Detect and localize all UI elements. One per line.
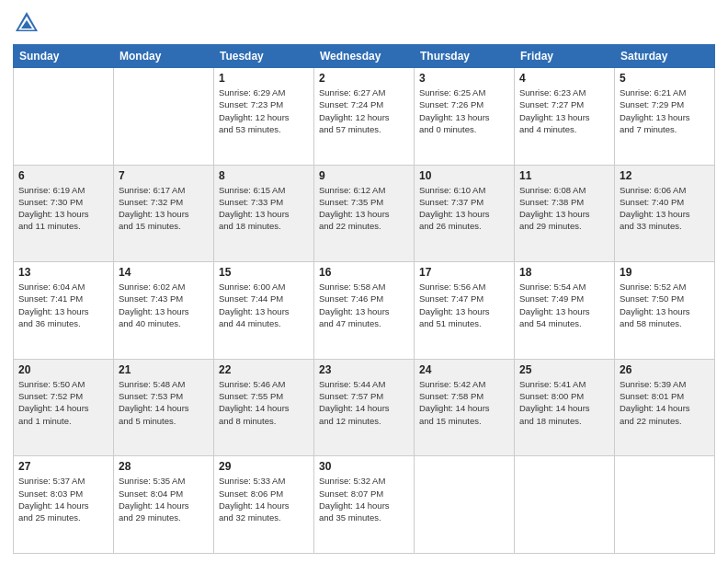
day-number: 26 xyxy=(620,363,710,376)
col-header-monday: Monday xyxy=(114,45,214,68)
day-number: 5 xyxy=(620,72,710,85)
calendar-cell: 29Sunrise: 5:33 AM Sunset: 8:06 PM Dayli… xyxy=(214,456,314,554)
day-info: Sunrise: 5:37 AM Sunset: 8:03 PM Dayligh… xyxy=(18,475,108,523)
day-info: Sunrise: 5:35 AM Sunset: 8:04 PM Dayligh… xyxy=(119,475,209,523)
logo xyxy=(13,9,44,37)
day-number: 13 xyxy=(18,266,108,279)
day-info: Sunrise: 6:17 AM Sunset: 7:32 PM Dayligh… xyxy=(119,184,209,233)
calendar-cell: 17Sunrise: 5:56 AM Sunset: 7:47 PM Dayli… xyxy=(415,262,515,360)
day-number: 21 xyxy=(119,363,209,376)
day-info: Sunrise: 6:15 AM Sunset: 7:33 PM Dayligh… xyxy=(219,184,309,233)
day-number: 20 xyxy=(18,363,108,376)
day-number: 24 xyxy=(419,363,509,376)
calendar-cell: 13Sunrise: 6:04 AM Sunset: 7:41 PM Dayli… xyxy=(14,262,114,360)
day-info: Sunrise: 5:32 AM Sunset: 8:07 PM Dayligh… xyxy=(319,475,409,523)
calendar-week-row: 20Sunrise: 5:50 AM Sunset: 7:52 PM Dayli… xyxy=(14,359,715,456)
day-number: 28 xyxy=(119,460,209,473)
logo-icon xyxy=(13,9,40,37)
col-header-friday: Friday xyxy=(515,45,615,68)
calendar-table: SundayMondayTuesdayWednesdayThursdayFrid… xyxy=(13,44,715,554)
day-info: Sunrise: 6:02 AM Sunset: 7:43 PM Dayligh… xyxy=(119,281,209,329)
day-number: 30 xyxy=(319,460,409,473)
col-header-tuesday: Tuesday xyxy=(214,45,314,68)
calendar-cell: 9Sunrise: 6:12 AM Sunset: 7:35 PM Daylig… xyxy=(314,165,415,262)
header xyxy=(13,9,715,37)
col-header-wednesday: Wednesday xyxy=(314,45,415,68)
calendar-cell: 28Sunrise: 5:35 AM Sunset: 8:04 PM Dayli… xyxy=(114,456,214,554)
calendar-cell: 26Sunrise: 5:39 AM Sunset: 8:01 PM Dayli… xyxy=(615,359,715,456)
day-info: Sunrise: 5:56 AM Sunset: 7:47 PM Dayligh… xyxy=(419,281,509,329)
day-number: 8 xyxy=(219,169,309,182)
day-number: 1 xyxy=(219,72,309,85)
calendar-cell xyxy=(14,68,114,166)
day-number: 9 xyxy=(319,169,409,182)
calendar-week-row: 1Sunrise: 6:29 AM Sunset: 7:23 PM Daylig… xyxy=(14,68,715,166)
day-info: Sunrise: 5:42 AM Sunset: 7:58 PM Dayligh… xyxy=(419,378,509,427)
calendar-week-row: 13Sunrise: 6:04 AM Sunset: 7:41 PM Dayli… xyxy=(14,262,715,360)
day-info: Sunrise: 6:06 AM Sunset: 7:40 PM Dayligh… xyxy=(620,184,710,233)
day-info: Sunrise: 6:04 AM Sunset: 7:41 PM Dayligh… xyxy=(18,281,108,329)
day-number: 17 xyxy=(419,266,509,279)
day-info: Sunrise: 5:33 AM Sunset: 8:06 PM Dayligh… xyxy=(219,475,309,523)
day-number: 27 xyxy=(18,460,108,473)
day-number: 3 xyxy=(419,72,509,85)
calendar-cell: 6Sunrise: 6:19 AM Sunset: 7:30 PM Daylig… xyxy=(14,165,114,262)
calendar-cell: 16Sunrise: 5:58 AM Sunset: 7:46 PM Dayli… xyxy=(314,262,415,360)
day-number: 15 xyxy=(219,266,309,279)
page: SundayMondayTuesdayWednesdayThursdayFrid… xyxy=(0,0,728,563)
calendar-cell: 10Sunrise: 6:10 AM Sunset: 7:37 PM Dayli… xyxy=(415,165,515,262)
calendar-header-row: SundayMondayTuesdayWednesdayThursdayFrid… xyxy=(14,45,715,68)
calendar-cell: 20Sunrise: 5:50 AM Sunset: 7:52 PM Dayli… xyxy=(14,359,114,456)
day-info: Sunrise: 6:19 AM Sunset: 7:30 PM Dayligh… xyxy=(18,184,108,233)
calendar-cell: 27Sunrise: 5:37 AM Sunset: 8:03 PM Dayli… xyxy=(14,456,114,554)
day-number: 10 xyxy=(419,169,509,182)
day-info: Sunrise: 6:12 AM Sunset: 7:35 PM Dayligh… xyxy=(319,184,409,233)
day-number: 4 xyxy=(519,72,609,85)
calendar-cell: 21Sunrise: 5:48 AM Sunset: 7:53 PM Dayli… xyxy=(114,359,214,456)
day-number: 18 xyxy=(519,266,609,279)
day-info: Sunrise: 6:27 AM Sunset: 7:24 PM Dayligh… xyxy=(319,86,409,135)
day-info: Sunrise: 6:00 AM Sunset: 7:44 PM Dayligh… xyxy=(219,281,309,329)
calendar-cell: 24Sunrise: 5:42 AM Sunset: 7:58 PM Dayli… xyxy=(415,359,515,456)
day-info: Sunrise: 5:41 AM Sunset: 8:00 PM Dayligh… xyxy=(519,378,609,427)
calendar-week-row: 27Sunrise: 5:37 AM Sunset: 8:03 PM Dayli… xyxy=(14,456,715,554)
calendar-week-row: 6Sunrise: 6:19 AM Sunset: 7:30 PM Daylig… xyxy=(14,165,715,262)
day-number: 19 xyxy=(620,266,710,279)
calendar-cell: 15Sunrise: 6:00 AM Sunset: 7:44 PM Dayli… xyxy=(214,262,314,360)
calendar-cell: 18Sunrise: 5:54 AM Sunset: 7:49 PM Dayli… xyxy=(515,262,615,360)
col-header-saturday: Saturday xyxy=(615,45,715,68)
calendar-cell xyxy=(615,456,715,554)
calendar-cell: 2Sunrise: 6:27 AM Sunset: 7:24 PM Daylig… xyxy=(314,68,415,166)
day-info: Sunrise: 6:21 AM Sunset: 7:29 PM Dayligh… xyxy=(620,86,710,135)
calendar-cell: 25Sunrise: 5:41 AM Sunset: 8:00 PM Dayli… xyxy=(515,359,615,456)
day-info: Sunrise: 6:23 AM Sunset: 7:27 PM Dayligh… xyxy=(519,86,609,135)
day-number: 7 xyxy=(119,169,209,182)
day-info: Sunrise: 6:29 AM Sunset: 7:23 PM Dayligh… xyxy=(219,86,309,135)
calendar-cell: 14Sunrise: 6:02 AM Sunset: 7:43 PM Dayli… xyxy=(114,262,214,360)
day-number: 29 xyxy=(219,460,309,473)
day-info: Sunrise: 5:44 AM Sunset: 7:57 PM Dayligh… xyxy=(319,378,409,427)
day-info: Sunrise: 5:48 AM Sunset: 7:53 PM Dayligh… xyxy=(119,378,209,427)
col-header-thursday: Thursday xyxy=(415,45,515,68)
calendar-cell: 4Sunrise: 6:23 AM Sunset: 7:27 PM Daylig… xyxy=(515,68,615,166)
calendar-cell: 12Sunrise: 6:06 AM Sunset: 7:40 PM Dayli… xyxy=(615,165,715,262)
day-number: 2 xyxy=(319,72,409,85)
day-info: Sunrise: 5:58 AM Sunset: 7:46 PM Dayligh… xyxy=(319,281,409,329)
day-number: 12 xyxy=(620,169,710,182)
day-number: 11 xyxy=(519,169,609,182)
day-info: Sunrise: 5:39 AM Sunset: 8:01 PM Dayligh… xyxy=(620,378,710,427)
day-number: 25 xyxy=(519,363,609,376)
calendar-cell: 23Sunrise: 5:44 AM Sunset: 7:57 PM Dayli… xyxy=(314,359,415,456)
day-info: Sunrise: 6:10 AM Sunset: 7:37 PM Dayligh… xyxy=(419,184,509,233)
day-info: Sunrise: 5:52 AM Sunset: 7:50 PM Dayligh… xyxy=(620,281,710,329)
day-info: Sunrise: 5:50 AM Sunset: 7:52 PM Dayligh… xyxy=(18,378,108,427)
calendar-cell xyxy=(415,456,515,554)
day-number: 16 xyxy=(319,266,409,279)
calendar-cell xyxy=(114,68,214,166)
day-info: Sunrise: 5:54 AM Sunset: 7:49 PM Dayligh… xyxy=(519,281,609,329)
calendar-cell: 3Sunrise: 6:25 AM Sunset: 7:26 PM Daylig… xyxy=(415,68,515,166)
day-info: Sunrise: 6:25 AM Sunset: 7:26 PM Dayligh… xyxy=(419,86,509,135)
day-info: Sunrise: 6:08 AM Sunset: 7:38 PM Dayligh… xyxy=(519,184,609,233)
calendar-cell: 22Sunrise: 5:46 AM Sunset: 7:55 PM Dayli… xyxy=(214,359,314,456)
day-number: 14 xyxy=(119,266,209,279)
